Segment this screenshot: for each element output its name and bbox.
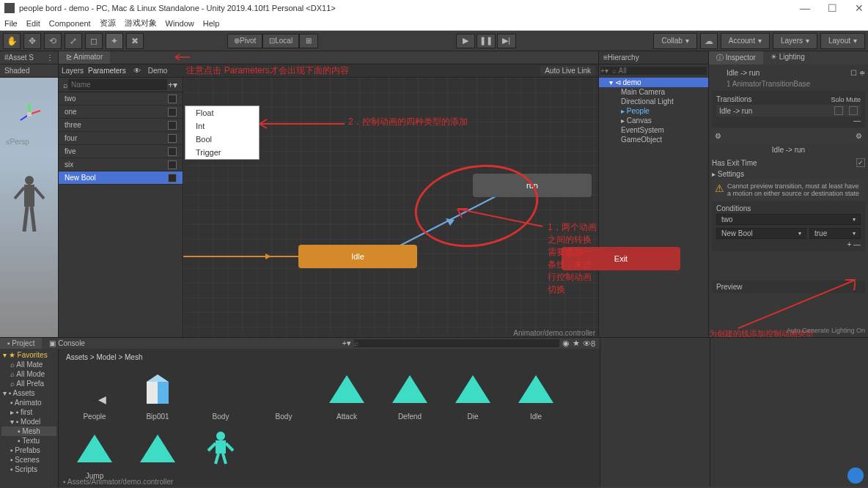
shaded-dropdown[interactable]: Shaded	[0, 64, 58, 78]
fav-pref[interactable]: ⌕ All Prefa	[1, 379, 56, 388]
asset-idle[interactable]: Idle	[507, 367, 564, 421]
menu-component[interactable]: Component	[49, 19, 91, 28]
close-button[interactable]: ✕	[855, 2, 864, 14]
scene-view[interactable]: ≤Persp	[0, 78, 58, 337]
layers-tab[interactable]: Layers	[62, 67, 84, 75]
type-trigger[interactable]: Trigger	[185, 146, 259, 159]
transition-row[interactable]: Idle -> run	[719, 107, 752, 115]
folder-animato[interactable]: ▪ Animato	[1, 398, 56, 407]
add-condition-button[interactable]: +	[847, 240, 851, 248]
type-bool[interactable]: Bool	[185, 133, 259, 146]
hand-tool[interactable]: ✋	[3, 33, 21, 49]
cloud-icon[interactable]: ☁	[700, 33, 718, 49]
minimize-button[interactable]: —	[800, 2, 810, 14]
folder-model[interactable]: ▾ ▪ Model	[1, 417, 56, 426]
lighting-tab[interactable]: ☀ Lighting	[763, 51, 812, 64]
fav-mode[interactable]: ⌕ All Mode	[1, 369, 56, 379]
local-toggle[interactable]: ⊡ Local	[262, 34, 299, 48]
asset-die[interactable]: Die	[444, 367, 501, 421]
folder-scripts[interactable]: ▪ Scripts	[1, 465, 56, 474]
hier-gameobject[interactable]: GameObject	[599, 135, 708, 144]
animator-tab[interactable]: ⊵ Animator	[59, 51, 110, 64]
condition-2-param[interactable]: New Bool	[716, 228, 806, 239]
menu-file[interactable]: File	[4, 19, 18, 28]
param-search-input[interactable]	[68, 79, 167, 90]
snap-toggle[interactable]: ⊞	[299, 34, 318, 48]
scene-tab[interactable]: # Asset S ⋮	[0, 51, 58, 64]
pivot-toggle[interactable]: ⊕ Pivot	[227, 34, 262, 48]
star-icon[interactable]: ★	[573, 339, 580, 348]
condition-1-param[interactable]: two	[716, 214, 861, 225]
asset-body1[interactable]: Body	[192, 367, 249, 421]
step-button[interactable]: ▶|	[497, 34, 516, 48]
console-tab[interactable]: ▣ Console	[42, 338, 92, 349]
preview-header[interactable]: Preview	[712, 281, 865, 293]
custom-tool[interactable]: ✖	[126, 33, 144, 49]
fav-mat[interactable]: ⌕ All Mate	[1, 360, 56, 369]
menu-help[interactable]: Help	[203, 19, 220, 28]
hier-scene[interactable]: ▾ ⊲ demo	[599, 78, 708, 87]
favorites-folder[interactable]: ▾ ★ Favorites	[1, 350, 56, 360]
character-model[interactable]	[11, 173, 48, 246]
asset-people[interactable]: ◀People	[66, 367, 123, 421]
breadcrumb[interactable]: Assets > Model > Mesh	[62, 352, 597, 363]
param-newbool[interactable]: New Bool	[59, 171, 183, 185]
hierarchy-header[interactable]: ≡ Hierarchy	[599, 51, 708, 64]
auto-live-link[interactable]: Auto Live Link	[540, 66, 595, 75]
layers-dropdown[interactable]: Layers ▾	[773, 33, 817, 49]
inspector-tab[interactable]: ⓘ Inspector	[709, 51, 763, 64]
asset-extra2[interactable]	[192, 426, 249, 480]
folder-scenes[interactable]: ▪ Scenes	[1, 455, 56, 465]
hier-eventsystem[interactable]: EventSystem	[599, 125, 708, 135]
node-idle[interactable]: Idle	[298, 245, 417, 268]
add-button[interactable]: +▾	[342, 339, 350, 348]
folder-mesh[interactable]: ▪ Mesh	[1, 426, 56, 436]
project-search[interactable]	[354, 339, 559, 347]
hier-canvas[interactable]: ▸ Canvas	[599, 116, 708, 125]
asset-jump[interactable]: Jump	[66, 426, 123, 480]
collab-dropdown[interactable]: Collab ▾	[653, 33, 696, 49]
hierarchy-search[interactable]	[600, 67, 707, 75]
asset-defend[interactable]: Defend	[381, 367, 438, 421]
rotate-tool[interactable]: ⟲	[44, 33, 62, 49]
param-five[interactable]: five	[59, 145, 183, 158]
transform-tool[interactable]: ✦	[106, 33, 123, 49]
layout-dropdown[interactable]: Layout ▾	[820, 33, 865, 49]
play-button[interactable]: ▶	[456, 34, 475, 48]
asset-bip001[interactable]: Bip001	[129, 367, 186, 421]
parameters-tab[interactable]: Parameters	[88, 67, 126, 75]
param-six[interactable]: six	[59, 158, 183, 171]
hier-light[interactable]: Directional Light	[599, 97, 708, 106]
folder-textu[interactable]: ▪ Textu	[1, 436, 56, 446]
chat-icon[interactable]	[847, 467, 864, 484]
scale-tool[interactable]: ⤢	[65, 33, 82, 49]
menu-assets[interactable]: 资源	[100, 18, 116, 29]
param-three[interactable]: three	[59, 119, 183, 132]
move-tool[interactable]: ✥	[23, 33, 41, 49]
menu-window[interactable]: Window	[166, 19, 194, 28]
project-tab[interactable]: ▪ Project	[0, 338, 42, 349]
account-dropdown[interactable]: Account ▾	[721, 33, 770, 49]
orientation-gizmo[interactable]	[15, 100, 44, 129]
param-two[interactable]: two	[59, 92, 183, 106]
type-int[interactable]: Int	[185, 119, 259, 133]
folder-prefabs[interactable]: ▪ Prefabs	[1, 446, 56, 455]
filter-icon[interactable]: ◉	[562, 339, 570, 348]
asset-attack[interactable]: Attack	[318, 367, 375, 421]
asset-extra1[interactable]	[129, 426, 186, 480]
node-run[interactable]: run	[473, 174, 592, 197]
gear-icon[interactable]: ⚙	[715, 132, 721, 140]
menu-edit[interactable]: Edit	[26, 19, 40, 28]
rect-tool[interactable]: ◻	[85, 33, 103, 49]
assets-folder[interactable]: ▾ ▪ Assets	[1, 388, 56, 398]
type-float[interactable]: Float	[185, 106, 259, 119]
remove-condition-button[interactable]: —	[853, 240, 861, 248]
has-exit-checkbox[interactable]	[856, 158, 865, 167]
menu-gameobject[interactable]: 游戏对象	[125, 18, 157, 29]
param-four[interactable]: four	[59, 132, 183, 145]
asset-body2[interactable]: Body	[255, 367, 312, 421]
settings-toggle[interactable]: ▸ Settings	[712, 170, 744, 178]
maximize-button[interactable]: ☐	[828, 2, 837, 14]
add-parameter-button[interactable]: +▾	[167, 80, 178, 90]
eye-icon[interactable]: 👁	[133, 67, 141, 75]
